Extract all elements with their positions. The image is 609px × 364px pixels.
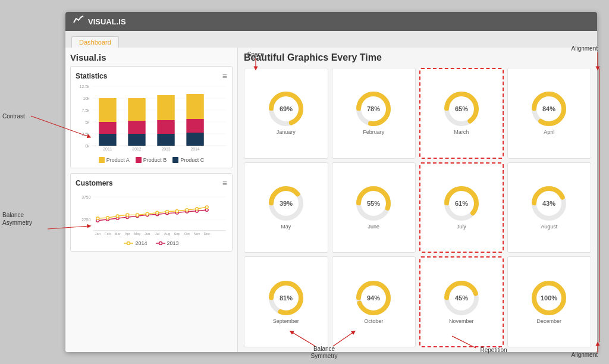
donut-svg-may: 39% — [268, 186, 304, 221]
donut-cell-february: 78% February — [332, 68, 416, 159]
svg-text:Oct: Oct — [184, 232, 190, 236]
svg-text:Symmetry: Symmetry — [311, 353, 338, 359]
donut-svg-april: 84% — [531, 91, 567, 127]
svg-text:43%: 43% — [542, 200, 555, 207]
svg-point-58 — [106, 216, 109, 219]
donut-cell-june: 55% June — [332, 162, 416, 253]
svg-rect-16 — [128, 134, 145, 146]
donut-month-october: October — [364, 318, 383, 324]
donut-month-august: August — [541, 224, 557, 230]
customers-title: Customers — [76, 179, 113, 187]
donut-svg-october: 94% — [356, 280, 391, 316]
svg-text:78%: 78% — [367, 105, 380, 112]
svg-text:61%: 61% — [455, 200, 468, 207]
contrast-annotation: Contrast — [2, 113, 25, 120]
svg-text:65%: 65% — [455, 105, 468, 112]
svg-point-62 — [146, 212, 149, 215]
main-content: Visual.is Statistics ≡ 12.5k 10k 7.5k 5k… — [65, 48, 597, 352]
svg-text:Mar: Mar — [115, 232, 121, 236]
svg-text:7.5k: 7.5k — [82, 108, 90, 112]
statistics-menu-icon[interactable]: ≡ — [222, 71, 227, 81]
svg-text:2250: 2250 — [81, 218, 91, 222]
customers-legend: 2014 2013 — [76, 240, 227, 246]
sidebar-title: Visual.is — [70, 52, 233, 62]
svg-text:Sep: Sep — [174, 232, 180, 236]
donut-month-december: December — [536, 318, 561, 324]
donut-cell-april: 84% April — [507, 68, 592, 159]
legend-color-b — [136, 157, 142, 163]
donut-cell-october: 94% October — [332, 256, 416, 347]
svg-text:Apr: Apr — [125, 232, 130, 236]
svg-point-66 — [186, 209, 189, 212]
svg-point-57 — [96, 217, 99, 220]
svg-point-59 — [116, 215, 119, 218]
main-window: VISUAL.IS Dashboard Visual.is Statistics… — [65, 12, 597, 352]
right-panel: Beautiful Graphics Every Time 69% Januar… — [238, 48, 597, 352]
svg-text:Feb: Feb — [105, 232, 111, 236]
donut-cell-march: 65% March — [419, 68, 504, 159]
donut-cell-january: 69% January — [244, 68, 328, 159]
legend-2013: 2013 — [156, 240, 179, 246]
legend-color-c — [172, 157, 178, 163]
donut-svg-december: 100% — [531, 280, 567, 316]
donut-cell-july: 61% July — [419, 162, 504, 253]
donut-grid: 69% January 78% February 65% March 84% — [244, 68, 591, 347]
svg-text:2013: 2013 — [161, 147, 170, 151]
svg-point-63 — [156, 211, 159, 214]
donut-month-april: April — [544, 129, 554, 135]
svg-text:3750: 3750 — [81, 195, 91, 199]
donut-cell-august: 43% August — [507, 162, 592, 253]
donut-month-july: July — [457, 224, 466, 230]
donut-month-september: September — [273, 318, 299, 324]
legend-color-a — [99, 157, 105, 163]
svg-point-72 — [159, 242, 162, 245]
svg-text:39%: 39% — [280, 200, 293, 207]
app-logo: VISUAL.IS — [73, 15, 126, 27]
svg-point-61 — [136, 214, 139, 216]
legend-product-a: Product A — [99, 157, 130, 163]
svg-text:Jun: Jun — [145, 232, 150, 236]
donut-month-may: May — [281, 224, 291, 230]
svg-text:Nov: Nov — [194, 232, 200, 236]
svg-point-67 — [196, 208, 199, 211]
svg-text:5k: 5k — [85, 120, 90, 124]
svg-text:84%: 84% — [542, 105, 555, 112]
svg-point-68 — [205, 206, 208, 209]
svg-rect-14 — [99, 98, 116, 122]
svg-text:81%: 81% — [280, 294, 293, 302]
svg-rect-17 — [128, 121, 145, 134]
legend-product-c: Product C — [172, 157, 204, 163]
svg-text:69%: 69% — [280, 105, 293, 112]
donut-svg-march: 65% — [444, 91, 479, 127]
svg-text:2011: 2011 — [103, 147, 112, 151]
svg-text:10k: 10k — [83, 96, 90, 101]
svg-text:94%: 94% — [367, 294, 380, 302]
statistics-legend: Product A Product B Product C — [76, 157, 227, 163]
legend-product-b: Product B — [136, 157, 167, 163]
svg-text:May: May — [134, 232, 140, 236]
donut-cell-november: 45% November — [419, 256, 504, 347]
legend-2014: 2014 — [124, 240, 147, 246]
customers-menu-icon[interactable]: ≡ — [222, 178, 227, 188]
svg-point-65 — [175, 209, 178, 212]
donut-svg-january: 69% — [268, 91, 304, 127]
donut-month-june: June — [368, 224, 379, 230]
tabbar: Dashboard — [65, 31, 597, 48]
customers-card: Customers ≡ 3750 2250 Jan Feb — [70, 173, 233, 252]
donut-month-february: February — [363, 129, 384, 135]
svg-text:2014: 2014 — [190, 147, 199, 151]
donut-svg-november: 45% — [444, 280, 479, 316]
tab-dashboard[interactable]: Dashboard — [71, 36, 119, 48]
sidebar: Visual.is Statistics ≡ 12.5k 10k 7.5k 5k… — [65, 48, 238, 352]
svg-text:Jan: Jan — [95, 232, 101, 236]
svg-rect-26 — [186, 94, 203, 119]
app-title: VISUAL.IS — [88, 17, 126, 26]
donut-month-november: November — [449, 318, 474, 324]
svg-text:Dec: Dec — [203, 232, 210, 236]
donut-month-march: March — [454, 129, 469, 135]
svg-text:100%: 100% — [541, 294, 557, 302]
svg-point-60 — [126, 214, 129, 216]
svg-text:12.5k: 12.5k — [80, 84, 90, 89]
svg-text:2.5k: 2.5k — [82, 132, 90, 136]
donut-svg-august: 43% — [531, 186, 567, 221]
